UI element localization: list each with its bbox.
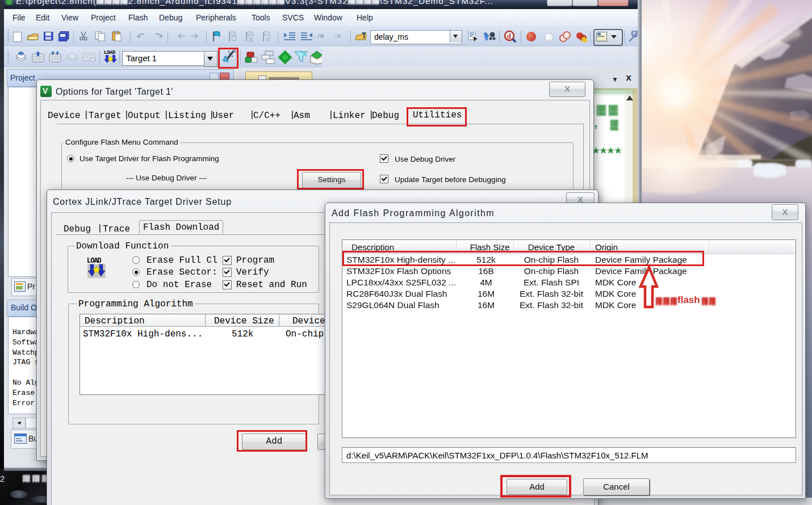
svg-text:/≡: /≡	[317, 32, 324, 40]
svg-text:/≡: /≡	[334, 32, 341, 40]
svg-text:d: d	[507, 32, 512, 40]
